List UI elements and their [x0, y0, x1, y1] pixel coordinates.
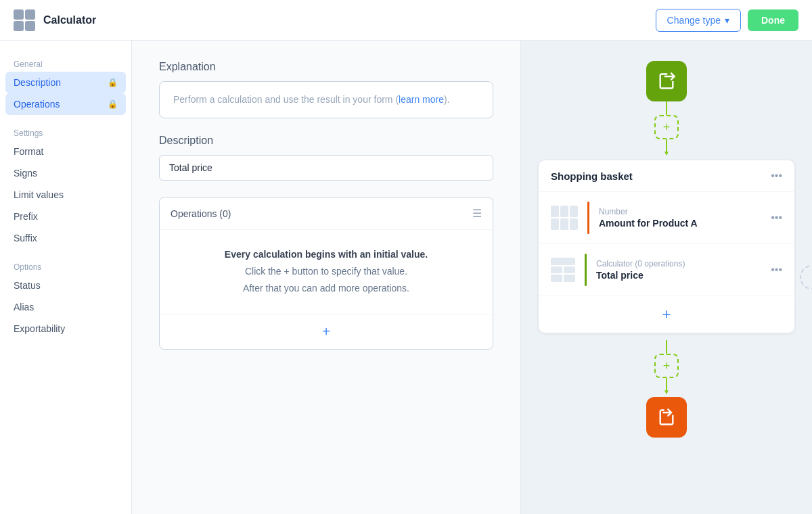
item1-content: Number Amount for Product A	[599, 207, 761, 229]
basket-item-calculator: Calculator (0 operations) Total price ••…	[539, 244, 794, 296]
sidebar-item-description[interactable]: Description 🔒	[5, 72, 126, 93]
sidebar-item-exportability[interactable]: Exportability	[0, 318, 131, 340]
sidebar-options-label: Options	[0, 257, 131, 275]
basket-title: Shopping basket	[551, 170, 633, 182]
operations-empty-state: Every calculation begins with an initial…	[160, 230, 493, 314]
item2-content: Calculator (0 operations) Total price	[596, 259, 761, 281]
explanation-box: Perform a calculation and use the result…	[159, 81, 493, 118]
flow-exit-node	[646, 397, 687, 438]
flow-entry-node	[646, 61, 687, 101]
flow-add-node-2[interactable]: +	[654, 354, 679, 378]
basket-header: Shopping basket •••	[539, 160, 794, 192]
app-header: Calculator Change type ▾ Done	[0, 0, 812, 41]
flow-container: + ▼ Shopping basket •••	[521, 54, 812, 444]
sidebar-item-prefix[interactable]: Prefix	[0, 206, 131, 227]
sidebar-item-status[interactable]: Status	[0, 275, 131, 296]
item1-menu-icon[interactable]: •••	[771, 212, 782, 224]
operations-add-row: +	[160, 314, 493, 349]
item-accent-green	[585, 254, 587, 286]
change-type-button[interactable]: Change type ▾	[656, 9, 741, 32]
right-panel: + ▼ Shopping basket •••	[521, 41, 812, 514]
main-layout: General Description 🔒 Operations 🔒 Setti…	[0, 0, 812, 514]
item2-type: Calculator (0 operations)	[596, 259, 761, 268]
shopping-basket-card: Shopping basket ••• Number Amount for Pr…	[538, 160, 795, 333]
app-logo	[14, 9, 35, 31]
add-operation-button[interactable]: +	[322, 324, 330, 340]
operations-box: Operations (0) ☰ Every calculation begin…	[159, 197, 493, 350]
main-content: Explanation Perform a calculation and us…	[132, 41, 521, 514]
header-left: Calculator	[14, 9, 96, 31]
number-field-icon	[551, 206, 578, 230]
sidebar: General Description 🔒 Operations 🔒 Setti…	[0, 41, 132, 514]
sidebar-general-label: General	[0, 54, 131, 72]
description-input[interactable]	[159, 155, 493, 181]
basket-menu-icon[interactable]: •••	[771, 170, 782, 182]
item2-menu-icon[interactable]: •••	[771, 264, 782, 276]
sidebar-settings-label: Settings	[0, 123, 131, 141]
sidebar-item-signs[interactable]: Signs	[0, 162, 131, 184]
basket-add-row: +	[539, 296, 794, 333]
flow-connector-1: + ▼	[654, 101, 679, 153]
chevron-down-icon: ▾	[725, 15, 729, 26]
item2-name: Total price	[596, 270, 761, 281]
sidebar-item-alias[interactable]: Alias	[0, 296, 131, 318]
lock-icon: 🔒	[108, 99, 118, 109]
header-actions: Change type ▾ Done	[656, 9, 798, 32]
item1-type: Number	[599, 207, 761, 216]
flow-add-node-1[interactable]: +	[654, 115, 679, 139]
app-title: Calculator	[43, 14, 96, 26]
sidebar-item-format[interactable]: Format	[0, 141, 131, 162]
lock-icon: 🔒	[108, 78, 118, 87]
operations-menu-icon[interactable]: ☰	[472, 207, 482, 220]
explanation-section-title: Explanation	[159, 61, 493, 73]
learn-more-link[interactable]: learn more	[399, 94, 444, 105]
sidebar-item-suffix[interactable]: Suffix	[0, 227, 131, 249]
basket-item-number: Number Amount for Product A •••	[539, 192, 794, 244]
basket-add-button[interactable]: +	[662, 306, 671, 323]
item-accent-orange	[587, 202, 589, 234]
operations-header-title: Operations (0)	[171, 208, 231, 219]
operations-header: Operations (0) ☰	[160, 197, 493, 230]
item1-name: Amount for Product A	[599, 218, 761, 229]
calculator-field-icon	[551, 258, 575, 282]
done-button[interactable]: Done	[748, 9, 798, 31]
description-section-title: Description	[159, 135, 493, 147]
sidebar-item-operations[interactable]: Operations 🔒	[5, 93, 126, 115]
flow-connector-2: + ▼	[654, 340, 679, 392]
sidebar-item-limit-values[interactable]: Limit values	[0, 184, 131, 206]
